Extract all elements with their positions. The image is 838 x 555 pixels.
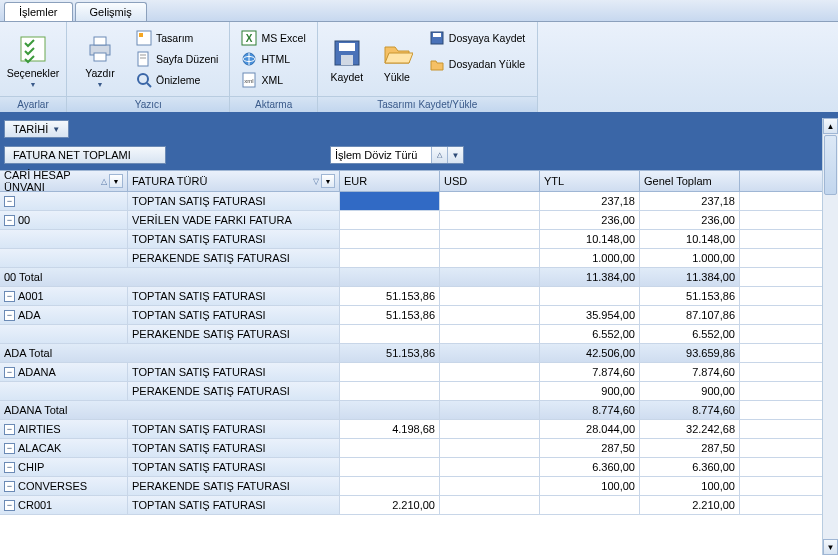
- table-row[interactable]: −CR001TOPTAN SATIŞ FATURASI2.210,002.210…: [0, 496, 838, 515]
- collapse-icon[interactable]: −: [4, 443, 15, 454]
- cell-eur[interactable]: 4.198,68: [340, 420, 440, 438]
- cell-eur[interactable]: [340, 268, 440, 286]
- scroll-down-button[interactable]: ▼: [823, 539, 838, 555]
- cell-usd[interactable]: [440, 439, 540, 457]
- collapse-icon[interactable]: −: [4, 310, 15, 321]
- table-row[interactable]: TOPTAN SATIŞ FATURASI10.148,0010.148,00: [0, 230, 838, 249]
- sort-asc-icon[interactable]: △: [431, 147, 447, 163]
- collapse-icon[interactable]: −: [4, 424, 15, 435]
- dosyaya-kaydet-button[interactable]: Dosyaya Kaydet: [424, 28, 530, 48]
- col-cari-hesap[interactable]: CARİ HESAP ÜNVANI △▼: [0, 171, 128, 191]
- cell-fatura-turu[interactable]: TOPTAN SATIŞ FATURASI: [128, 458, 340, 476]
- cell-usd[interactable]: [440, 344, 540, 362]
- cell-account[interactable]: ADA Total: [0, 344, 340, 362]
- cell-account[interactable]: 00 Total: [0, 268, 340, 286]
- collapse-icon[interactable]: −: [4, 196, 15, 207]
- cell-tot[interactable]: 6.360,00: [640, 458, 740, 476]
- collapse-icon[interactable]: −: [4, 367, 15, 378]
- fnt-filter-button[interactable]: FATURA NET TOPLAMI: [4, 146, 166, 164]
- cell-tot[interactable]: 6.552,00: [640, 325, 740, 343]
- cell-tot[interactable]: 236,00: [640, 211, 740, 229]
- cell-fatura-turu[interactable]: TOPTAN SATIŞ FATURASI: [128, 363, 340, 381]
- cell-tot[interactable]: 287,50: [640, 439, 740, 457]
- cell-usd[interactable]: [440, 382, 540, 400]
- cell-tot[interactable]: 7.874,60: [640, 363, 740, 381]
- doviz-input[interactable]: [331, 149, 431, 161]
- cell-fatura-turu[interactable]: TOPTAN SATIŞ FATURASI: [128, 192, 340, 210]
- table-row[interactable]: −ADATOPTAN SATIŞ FATURASI51.153,8635.954…: [0, 306, 838, 325]
- cell-usd[interactable]: [440, 192, 540, 210]
- table-row[interactable]: PERAKENDE SATIŞ FATURASI1.000,001.000,00: [0, 249, 838, 268]
- cell-ytl[interactable]: [540, 287, 640, 305]
- cell-account[interactable]: [0, 249, 128, 267]
- cell-ytl[interactable]: 7.874,60: [540, 363, 640, 381]
- cell-fatura-turu[interactable]: TOPTAN SATIŞ FATURASI: [128, 420, 340, 438]
- cell-tot[interactable]: 87.107,86: [640, 306, 740, 324]
- cell-usd[interactable]: [440, 477, 540, 495]
- cell-eur[interactable]: [340, 230, 440, 248]
- cell-tot[interactable]: 237,18: [640, 192, 740, 210]
- cell-fatura-turu[interactable]: PERAKENDE SATIŞ FATURASI: [128, 477, 340, 495]
- cell-usd[interactable]: [440, 268, 540, 286]
- table-row[interactable]: −A001TOPTAN SATIŞ FATURASI51.153,8651.15…: [0, 287, 838, 306]
- tab-islemler[interactable]: İşlemler: [4, 2, 73, 21]
- tarihi-filter-button[interactable]: TARİHİ ▼: [4, 120, 69, 138]
- cell-account[interactable]: −A001: [0, 287, 128, 305]
- cell-usd[interactable]: [440, 249, 540, 267]
- table-row[interactable]: −ALACAKTOPTAN SATIŞ FATURASI287,50287,50: [0, 439, 838, 458]
- cell-account[interactable]: ADANA Total: [0, 401, 340, 419]
- cell-usd[interactable]: [440, 401, 540, 419]
- collapse-icon[interactable]: −: [4, 500, 15, 511]
- tab-gelismis[interactable]: Gelişmiş: [75, 2, 147, 21]
- secenekler-button[interactable]: Seçenekler ▼: [6, 28, 60, 92]
- table-row[interactable]: 00 Total11.384,0011.384,00: [0, 268, 838, 287]
- cell-ytl[interactable]: 35.954,00: [540, 306, 640, 324]
- cell-tot[interactable]: 1.000,00: [640, 249, 740, 267]
- col-ytl[interactable]: YTL: [540, 171, 640, 191]
- cell-ytl[interactable]: 900,00: [540, 382, 640, 400]
- cell-ytl[interactable]: 11.384,00: [540, 268, 640, 286]
- cell-account[interactable]: −ALACAK: [0, 439, 128, 457]
- table-row[interactable]: −CONVERSESPERAKENDE SATIŞ FATURASI100,00…: [0, 477, 838, 496]
- cell-fatura-turu[interactable]: TOPTAN SATIŞ FATURASI: [128, 306, 340, 324]
- cell-eur[interactable]: [340, 249, 440, 267]
- cell-fatura-turu[interactable]: PERAKENDE SATIŞ FATURASI: [128, 325, 340, 343]
- cell-usd[interactable]: [440, 458, 540, 476]
- cell-fatura-turu[interactable]: TOPTAN SATIŞ FATURASI: [128, 287, 340, 305]
- col-usd[interactable]: USD: [440, 171, 540, 191]
- collapse-icon[interactable]: −: [4, 291, 15, 302]
- cell-account[interactable]: −00: [0, 211, 128, 229]
- excel-button[interactable]: X MS Excel: [236, 28, 310, 48]
- cell-eur[interactable]: [340, 192, 440, 210]
- cell-usd[interactable]: [440, 306, 540, 324]
- cell-account[interactable]: −ADANA: [0, 363, 128, 381]
- cell-account[interactable]: [0, 325, 128, 343]
- cell-tot[interactable]: 11.384,00: [640, 268, 740, 286]
- table-row[interactable]: ADANA Total8.774,608.774,60: [0, 401, 838, 420]
- xml-button[interactable]: xml XML: [236, 70, 310, 90]
- cell-ytl[interactable]: 287,50: [540, 439, 640, 457]
- cell-fatura-turu[interactable]: VERİLEN VADE FARKI FATURA: [128, 211, 340, 229]
- cell-usd[interactable]: [440, 325, 540, 343]
- collapse-icon[interactable]: −: [4, 481, 15, 492]
- yazdir-button[interactable]: Yazdır ▼: [73, 28, 127, 92]
- chevron-down-icon[interactable]: ▼: [447, 147, 463, 163]
- cell-tot[interactable]: 2.210,00: [640, 496, 740, 514]
- cell-ytl[interactable]: 1.000,00: [540, 249, 640, 267]
- cell-ytl[interactable]: 42.506,00: [540, 344, 640, 362]
- cell-tot[interactable]: 100,00: [640, 477, 740, 495]
- cell-usd[interactable]: [440, 496, 540, 514]
- cell-eur[interactable]: [340, 363, 440, 381]
- tasarim-button[interactable]: Tasarım: [131, 28, 223, 48]
- table-row[interactable]: −TOPTAN SATIŞ FATURASI237,18237,18: [0, 192, 838, 211]
- table-row[interactable]: −00VERİLEN VADE FARKI FATURA236,00236,00: [0, 211, 838, 230]
- col-fatura-turu[interactable]: FATURA TÜRÜ ▽▼: [128, 171, 340, 191]
- cell-tot[interactable]: 51.153,86: [640, 287, 740, 305]
- cell-eur[interactable]: [340, 439, 440, 457]
- cell-eur[interactable]: 51.153,86: [340, 287, 440, 305]
- cell-usd[interactable]: [440, 287, 540, 305]
- yukle-button[interactable]: Yükle: [374, 28, 420, 92]
- cell-eur[interactable]: 51.153,86: [340, 344, 440, 362]
- cell-usd[interactable]: [440, 211, 540, 229]
- cell-fatura-turu[interactable]: TOPTAN SATIŞ FATURASI: [128, 439, 340, 457]
